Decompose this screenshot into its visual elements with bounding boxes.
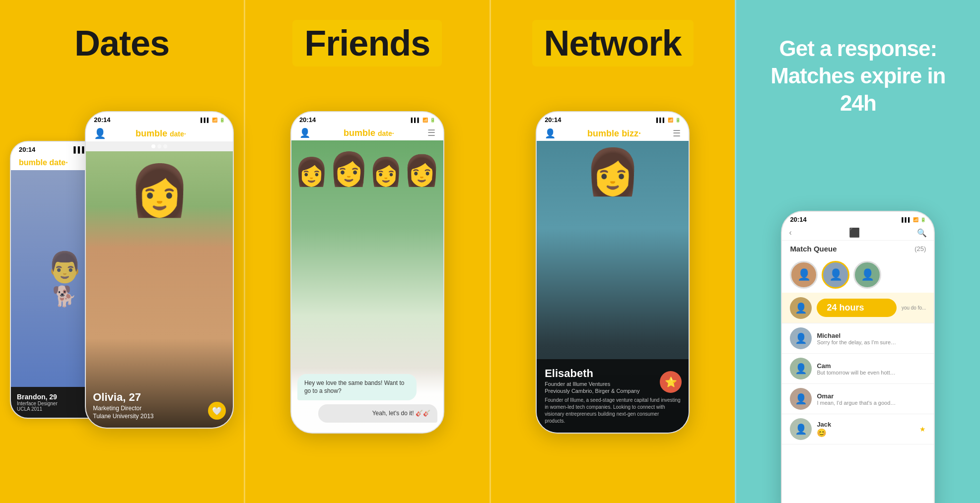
match-michael: 👤 Michael Sorry for the delay, as I'm su… <box>782 323 934 354</box>
response-title: Get a response: Matches expire in 24h <box>746 35 970 117</box>
michael-avatar: 👤 <box>790 327 812 349</box>
friends-panel: Friends 20:14 ▌▌▌ 📶 🔋 👤 bumble date· ☰ <box>244 0 489 503</box>
jack-avatar: 👤 <box>790 418 812 440</box>
bumble-logo-friends: bumble date· <box>344 128 394 138</box>
bumble-logo-back: bumble date· <box>19 158 68 167</box>
timer-badge: 24 hours <box>817 299 897 317</box>
main-profile-job: Marketing Director <box>93 405 153 412</box>
heart-button[interactable]: 🤍 <box>208 402 226 420</box>
bumble-bizz-logo: bumble bizz· <box>587 127 641 139</box>
dates-main-phone: 20:14 ▌▌▌ 📶 🔋 👤 bumble date· <box>85 111 234 429</box>
network-title: Network <box>532 20 694 66</box>
dates-panel: Dates 20:14 ▌▌▌WiFi🔋 bumble date· ≡ <box>0 0 244 503</box>
bumble-logo-main: bumble date· <box>136 128 186 139</box>
match-queue-label: Match Queue <box>790 245 837 253</box>
profile-card: Elisabeth Founder at Illume Ventures Pre… <box>537 359 689 433</box>
chat-bubble-1: Hey we love the same bands! Want to go t… <box>297 374 417 401</box>
response-phone-area: 20:14 ▌▌▌ 📶 🔋 ‹ ⬛ 🔍 Match Queue (25 <box>736 141 980 503</box>
timer-avatar: 👤 <box>790 297 812 319</box>
match-list: 👤 Michael Sorry for the delay, as I'm su… <box>782 323 934 444</box>
match-queue-header: Match Queue (25) <box>782 241 934 257</box>
avatar-row: 👤 👤 👤 <box>782 257 934 293</box>
elizabeth-prev: Previously Cambrio, Birger & Company <box>545 388 681 394</box>
friends-main-phone: 20:14 ▌▌▌ 📶 🔋 👤 bumble date· ☰ 👩 <box>290 111 444 434</box>
avatar-1[interactable]: 👤 <box>790 261 818 289</box>
match-cam: 👤 Cam But tomorrow will be even hotter! <box>782 354 934 384</box>
friends-title: Friends <box>292 20 442 66</box>
match-queue-count: (25) <box>914 245 926 252</box>
match-jack: 👤 Jack 😊 ★ <box>782 414 934 444</box>
cam-avatar: 👤 <box>790 358 812 379</box>
network-phone-area: 20:14 ▌▌▌ 📶 🔋 👤 bumble bizz· ☰ <box>491 81 735 503</box>
timer-match-item: 👤 24 hours you do fo... <box>782 293 934 323</box>
match-omar: 👤 Omar I mean, I'd argue that's a good t… <box>782 384 934 414</box>
omar-avatar: 👤 <box>790 388 812 410</box>
dates-title: Dates <box>63 20 181 66</box>
star-button[interactable]: ⭐ <box>660 371 682 393</box>
elizabeth-bio: Founder of Illume, a seed-stage venture … <box>545 397 681 425</box>
network-panel: Network 20:14 ▌▌▌ 📶 🔋 👤 bumble bizz· <box>490 0 735 503</box>
main-profile-name: Olivia, 27 <box>93 391 153 404</box>
dates-phone-area: 20:14 ▌▌▌WiFi🔋 bumble date· ≡ 👨 🐕 <box>0 81 244 503</box>
response-main-phone: 20:14 ▌▌▌ 📶 🔋 ‹ ⬛ 🔍 Match Queue (25 <box>781 211 935 503</box>
friends-phone-area: 20:14 ▌▌▌ 📶 🔋 👤 bumble date· ☰ 👩 <box>245 81 489 503</box>
network-main-phone: 20:14 ▌▌▌ 📶 🔋 👤 bumble bizz· ☰ <box>536 111 690 434</box>
elizabeth-photo: 👩 ⭐ Elisabeth Founder at Illume Ventures… <box>537 141 689 433</box>
avatar-3[interactable]: 👤 <box>853 261 881 289</box>
avatar-2[interactable]: 👤 <box>822 261 849 289</box>
chat-bubble-2: Yeah, let's do it! 🎸🎸 <box>318 404 437 423</box>
friends-photo: 👩 👩 👩 👩 Hey we love the same bands! Want… <box>291 140 443 433</box>
main-profile-photo: 👩 Olivia, 27 Marketing Director Tulane U… <box>86 151 233 428</box>
response-panel: Get a response: Matches expire in 24h 20… <box>735 0 980 503</box>
main-profile-edu: Tulane University 2013 <box>93 413 153 420</box>
